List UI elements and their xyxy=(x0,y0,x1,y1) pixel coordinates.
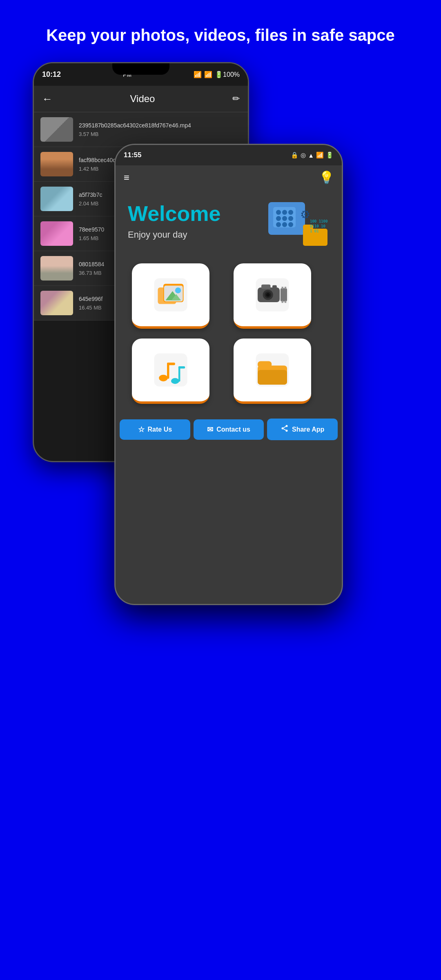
svg-line-51 xyxy=(283,426,286,428)
svg-rect-41 xyxy=(178,366,180,382)
signal-icon: 📶 xyxy=(316,151,324,159)
svg-rect-34 xyxy=(261,285,271,289)
svg-point-47 xyxy=(285,425,287,427)
back-time: 10:12 xyxy=(42,70,61,79)
video-thumb-1 xyxy=(40,117,73,142)
files-icon xyxy=(254,352,291,388)
svg-point-5 xyxy=(276,216,281,221)
svg-point-40 xyxy=(171,378,179,384)
contact-us-label: Contact us xyxy=(216,426,250,433)
svg-rect-32 xyxy=(282,301,284,303)
video-header: ← Video ✏ xyxy=(34,86,248,112)
svg-point-48 xyxy=(281,428,283,430)
video-thumb-3 xyxy=(40,187,73,211)
video-app-button[interactable] xyxy=(234,263,311,329)
svg-rect-31 xyxy=(285,287,287,289)
svg-rect-46 xyxy=(258,370,287,385)
svg-point-2 xyxy=(276,210,281,215)
welcome-subtitle: Enjoy your day xyxy=(128,229,220,240)
lock-icon: 🔒 xyxy=(291,151,298,159)
files-app-button[interactable] xyxy=(234,339,311,404)
phones-container: 10:12 PM 📶 📶 🔋100% ← Video ✏ 2395187b028… xyxy=(24,62,416,858)
svg-rect-33 xyxy=(285,301,287,303)
music-icon xyxy=(152,352,189,388)
svg-point-10 xyxy=(288,222,293,227)
svg-point-6 xyxy=(282,216,287,221)
video-name-1: 2395187b0285ac64302ce818fd767e46.mp4 xyxy=(79,122,241,130)
svg-rect-29 xyxy=(281,288,287,301)
svg-rect-42 xyxy=(178,366,185,368)
front-status-bar: 11:55 🔒 ◎ ▲ 📶 🔋 xyxy=(116,145,342,165)
share-app-button[interactable]: Share App xyxy=(267,419,338,440)
svg-text:100 1100: 100 1100 xyxy=(310,219,327,223)
video-title: Video xyxy=(130,93,155,105)
svg-rect-45 xyxy=(258,361,272,368)
front-time: 11:55 xyxy=(124,151,141,159)
welcome-text: Welcome Enjoy your day xyxy=(128,202,220,240)
location-icon: ◎ xyxy=(301,151,306,159)
front-topbar: ≡ 💡 xyxy=(116,165,342,190)
video-size-1: 3.57 MB xyxy=(79,131,241,137)
video-thumb-5 xyxy=(40,256,73,281)
star-icon: ☆ xyxy=(138,425,145,434)
video-thumb-2 xyxy=(40,152,73,176)
wifi-icon: 📶 xyxy=(204,71,212,78)
battery-icon: 🔋 xyxy=(326,151,334,159)
svg-text:0110 10: 0110 10 xyxy=(310,224,325,228)
page-title: Keep your photos, videos, files in safe … xyxy=(22,0,419,62)
svg-point-4 xyxy=(288,210,293,215)
svg-point-9 xyxy=(282,222,287,227)
back-notch xyxy=(112,63,169,75)
svg-rect-39 xyxy=(167,363,175,365)
video-thumb-4 xyxy=(40,221,73,246)
share-icon xyxy=(281,424,289,434)
svg-line-50 xyxy=(283,429,286,430)
edit-button[interactable]: ✏ xyxy=(232,94,240,104)
svg-point-37 xyxy=(159,375,168,381)
back-status-icons: 📶 📶 🔋100% xyxy=(194,71,240,78)
bottom-bar: ☆ Rate Us ✉ Contact us Share App xyxy=(116,412,342,447)
svg-rect-36 xyxy=(154,354,187,387)
contact-us-button[interactable]: ✉ Contact us xyxy=(194,419,264,440)
battery-icon: 🔋100% xyxy=(215,71,240,78)
safe-illustration-svg: ⚙ 100 1100 0110 10 1 01 xyxy=(264,198,330,247)
video-thumb-6 xyxy=(40,291,73,315)
video-info-1: 2395187b0285ac64302ce818fd767e46.mp4 3.5… xyxy=(79,122,241,137)
video-icon xyxy=(254,276,291,313)
front-status-icons: 🔒 ◎ ▲ 📶 🔋 xyxy=(291,151,334,159)
bulb-icon[interactable]: 💡 xyxy=(319,170,334,185)
welcome-illustration: ⚙ 100 1100 0110 10 1 01 xyxy=(264,198,330,247)
svg-point-3 xyxy=(282,210,287,215)
welcome-section: Welcome Enjoy your day xyxy=(116,190,342,255)
phone-front: 11:55 🔒 ◎ ▲ 📶 🔋 ≡ 💡 Welcome Enjoy your d… xyxy=(114,144,343,605)
rate-us-button[interactable]: ☆ Rate Us xyxy=(120,419,190,440)
rate-us-label: Rate Us xyxy=(148,426,172,433)
app-grid xyxy=(116,255,342,412)
svg-rect-30 xyxy=(282,287,284,289)
svg-text:1 01: 1 01 xyxy=(310,229,319,233)
wifi-icon: ▲ xyxy=(308,152,314,159)
share-app-label: Share App xyxy=(292,426,324,433)
music-app-button[interactable] xyxy=(132,339,209,404)
back-button[interactable]: ← xyxy=(42,93,53,105)
menu-button[interactable]: ≡ xyxy=(124,172,129,183)
video-item-1[interactable]: 2395187b0285ac64302ce818fd767e46.mp4 3.5… xyxy=(34,112,248,147)
photos-app-button[interactable] xyxy=(132,263,209,329)
welcome-title: Welcome xyxy=(128,202,220,225)
bluetooth-icon: 📶 xyxy=(194,71,202,78)
svg-point-28 xyxy=(266,293,270,297)
svg-point-49 xyxy=(285,430,287,432)
photos-icon xyxy=(152,276,189,313)
svg-text:⚙: ⚙ xyxy=(300,208,310,221)
svg-point-7 xyxy=(288,216,293,221)
email-icon: ✉ xyxy=(207,425,213,434)
svg-point-21 xyxy=(175,287,181,293)
svg-point-8 xyxy=(276,222,281,227)
svg-rect-35 xyxy=(272,285,277,288)
